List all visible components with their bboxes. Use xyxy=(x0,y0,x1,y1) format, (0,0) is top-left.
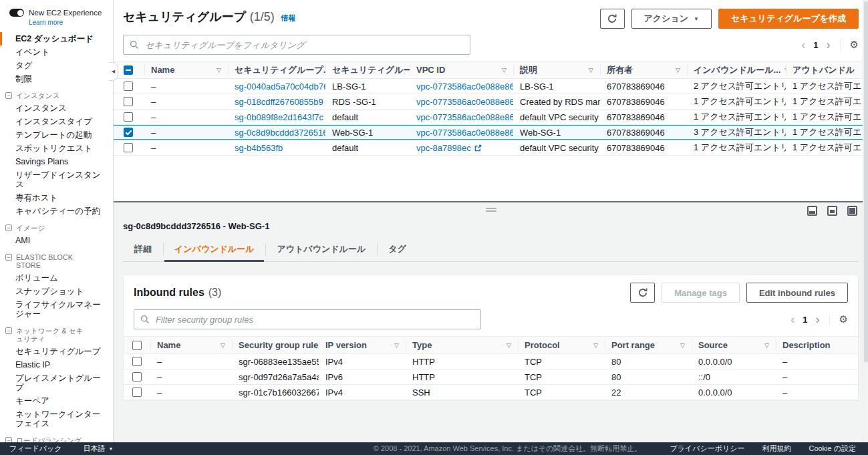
language-selector[interactable]: 日本語 ▼ xyxy=(84,444,114,454)
sidebar-item[interactable]: イベント xyxy=(0,45,113,59)
sort-icon[interactable]: ▽ xyxy=(764,342,769,349)
sort-icon[interactable]: ▽ xyxy=(589,67,593,73)
security-group-id-link[interactable]: sg-0040ad5a70c04db76 xyxy=(235,82,325,92)
row-checkbox[interactable] xyxy=(124,112,133,122)
prev-page-button[interactable]: ‹ xyxy=(790,315,794,324)
footer-link[interactable]: プライバシーポリシー xyxy=(670,444,744,454)
vpc-id-link[interactable]: vpc-0773586ac0e088e86 xyxy=(416,82,513,92)
sort-icon[interactable]: ▽ xyxy=(680,342,685,349)
sidebar-item[interactable]: プレイスメントグループ xyxy=(0,371,113,394)
edit-inbound-rules-button[interactable]: Edit inbound rules xyxy=(746,283,848,303)
sidebar-item[interactable]: ライフサイクルマネージャー xyxy=(0,298,113,321)
window-scrollbar[interactable] xyxy=(863,0,868,442)
learn-more-link[interactable]: Learn more xyxy=(29,19,63,26)
panel-bottom-view-icon[interactable] xyxy=(807,206,817,216)
tab-outbound-rules[interactable]: アウトバウンドルール xyxy=(265,238,377,261)
column-header[interactable]: VPC ID▽ xyxy=(410,61,513,78)
sidebar-section[interactable]: −インスタンス xyxy=(0,92,113,100)
panel-full-view-icon[interactable] xyxy=(847,206,857,216)
row-checkbox[interactable] xyxy=(124,97,133,106)
security-group-row[interactable]: –sg-b4b563fbdefaultvpc-8a7898ec default … xyxy=(114,140,868,156)
vpc-id-link[interactable]: vpc-8a7898ec xyxy=(416,143,482,153)
column-header[interactable]: Type▽ xyxy=(406,337,518,353)
column-header[interactable]: インバウンドルール...▽ xyxy=(687,61,786,78)
info-link[interactable]: 情報 xyxy=(281,13,296,23)
current-page[interactable]: 1 xyxy=(803,315,807,325)
sidebar-item[interactable]: 制限 xyxy=(0,72,113,86)
column-header[interactable]: Security group rule...▽ xyxy=(232,337,319,353)
sidebar-item[interactable]: 専有ホスト xyxy=(0,191,113,204)
tab-inbound-rules[interactable]: インバウンドルール xyxy=(163,238,265,261)
tab-tags[interactable]: タグ xyxy=(377,238,418,261)
sidebar-item[interactable]: Elastic IP xyxy=(0,358,113,371)
column-header[interactable]: 所有者▽ xyxy=(600,61,687,78)
sort-icon[interactable]: ▽ xyxy=(394,342,399,349)
sidebar-section[interactable]: −ネットワーク & セキュリティ xyxy=(0,327,113,343)
column-header[interactable]: アウトバンドル▽ xyxy=(786,61,868,78)
sort-icon[interactable]: ▽ xyxy=(507,342,511,349)
row-checkbox[interactable] xyxy=(124,82,133,91)
scrollbar-thumb[interactable] xyxy=(864,1,868,362)
column-header[interactable]: Name▽ xyxy=(144,61,228,78)
refresh-button[interactable] xyxy=(600,9,625,29)
sidebar-item[interactable]: キャパシティーの予約 xyxy=(0,204,113,218)
column-header[interactable]: セキュリティグルー...▽ xyxy=(325,61,410,78)
vpc-id-link[interactable]: vpc-0773586ac0e088e86 xyxy=(416,97,513,107)
row-checkbox[interactable] xyxy=(124,143,133,152)
next-page-button[interactable]: › xyxy=(816,315,820,324)
sidebar-item[interactable]: スナップショット xyxy=(0,285,113,298)
vpc-id-link[interactable]: vpc-0773586ac0e088e86 xyxy=(416,128,513,138)
sidebar-item[interactable]: リザーブドインスタンス xyxy=(0,168,113,191)
new-experience-toggle[interactable] xyxy=(9,9,24,17)
split-drag-handle[interactable] xyxy=(486,208,496,212)
prev-page-button[interactable]: ‹ xyxy=(801,40,805,49)
sidebar-section[interactable]: −ELASTIC BLOCK STORE xyxy=(0,253,113,269)
footer-link[interactable]: 利用規約 xyxy=(762,444,791,454)
tab-details[interactable]: 詳細 xyxy=(123,238,163,261)
sidebar-item[interactable]: ボリューム xyxy=(0,271,113,285)
current-page[interactable]: 1 xyxy=(813,40,818,50)
footer-link[interactable]: Cookie の設定 xyxy=(809,444,856,454)
column-header[interactable]: セキュリティグループ...▽ xyxy=(228,61,325,78)
next-page-button[interactable]: › xyxy=(827,40,831,49)
sidebar-item[interactable]: Savings Plans xyxy=(0,155,113,168)
sidebar-item[interactable]: EC2 ダッシュボード xyxy=(0,32,113,45)
column-header[interactable]: Description xyxy=(776,337,843,353)
sidebar-item[interactable]: タグ xyxy=(0,59,113,72)
security-group-id-link[interactable]: sg-b4b563fb xyxy=(235,143,283,153)
sort-icon[interactable]: ▽ xyxy=(593,342,598,349)
inbound-rules-filter-input[interactable] xyxy=(154,314,474,325)
row-checkbox[interactable] xyxy=(132,357,142,366)
sidebar-item[interactable]: テンプレートの起動 xyxy=(0,128,113,142)
inbound-rule-row[interactable]: –sgr-06883ee135ae551...IPv4HTTPTCP800.0.… xyxy=(124,354,858,369)
sidebar-section[interactable]: −ロードバランシング xyxy=(0,436,113,442)
sort-icon[interactable]: ▽ xyxy=(221,342,225,349)
security-group-id-link[interactable]: sg-0c8d9bcddd3726516 xyxy=(235,128,325,138)
security-group-row[interactable]: –sg-0b089f8e2d1643f7cdefaultvpc-0773586a… xyxy=(114,110,868,125)
sidebar-item[interactable]: スポットリクエスト xyxy=(0,142,113,155)
row-checkbox[interactable] xyxy=(124,128,133,137)
vpc-id-link[interactable]: vpc-0773586ac0e088e86 xyxy=(416,112,513,122)
column-header[interactable]: IP version▽ xyxy=(319,337,406,353)
table-settings-gear-icon[interactable]: ⚙ xyxy=(850,39,859,50)
security-group-id-link[interactable]: sg-018cdff26760855b9 xyxy=(235,97,323,107)
column-header[interactable]: Name▽ xyxy=(150,337,232,353)
sidebar-collapse-button[interactable]: ◀ xyxy=(109,62,118,81)
inbound-refresh-button[interactable] xyxy=(630,283,655,303)
security-group-row[interactable]: –sg-0c8d9bcddd3726516Web-SG-1vpc-0773586… xyxy=(114,125,868,140)
sidebar-item[interactable]: セキュリティグループ xyxy=(0,345,113,358)
panel-split-view-icon[interactable] xyxy=(827,206,837,216)
column-header[interactable]: Source▽ xyxy=(692,337,776,353)
inbound-rule-row[interactable]: –sgr-0d97d26a7a5a4a3...IPv6HTTPTCP80::/0… xyxy=(124,369,858,385)
feedback-link[interactable]: フィードバック xyxy=(9,444,62,454)
select-all-checkbox[interactable] xyxy=(132,341,142,350)
column-header[interactable]: Protocol▽ xyxy=(518,337,605,353)
row-checkbox[interactable] xyxy=(132,388,142,397)
select-all-checkbox[interactable] xyxy=(124,65,133,75)
sort-icon[interactable]: ▽ xyxy=(502,67,507,73)
sort-icon[interactable]: ▽ xyxy=(676,67,680,73)
column-header[interactable]: 説明▽ xyxy=(513,61,600,78)
sidebar-item[interactable]: インスタンス xyxy=(0,102,113,115)
column-header[interactable]: Port range▽ xyxy=(605,337,692,353)
manage-tags-button[interactable]: Manage tags xyxy=(662,283,740,303)
